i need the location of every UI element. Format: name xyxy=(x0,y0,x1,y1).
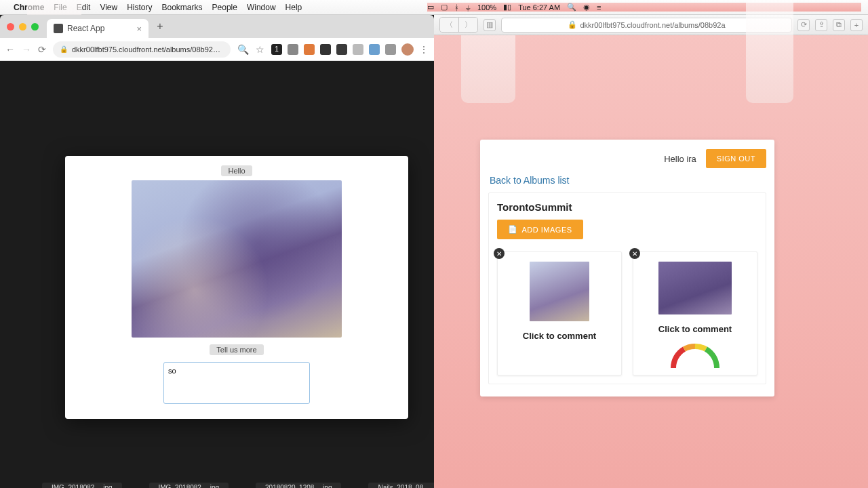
menu-help[interactable]: Help xyxy=(285,3,302,12)
tabs-icon[interactable]: ⧉ xyxy=(833,19,845,31)
minimize-window-icon[interactable] xyxy=(19,23,26,30)
battery-icon[interactable]: ▮▯ xyxy=(503,3,511,12)
siri-icon[interactable]: ◉ xyxy=(583,3,590,12)
back-icon[interactable]: 〈 xyxy=(440,18,458,32)
back-to-albums-link[interactable]: Back to Albums list xyxy=(490,175,765,186)
zoom-window-icon[interactable] xyxy=(31,23,39,30)
favicon-icon xyxy=(54,24,63,33)
extension-icon[interactable]: 1 xyxy=(271,44,282,55)
delete-image-icon[interactable]: ✕ xyxy=(629,248,640,259)
signout-button[interactable]: SIGN OUT xyxy=(706,149,766,168)
image-card[interactable]: ✕ Click to comment xyxy=(633,251,757,375)
clock[interactable]: Tue 6:27 AM xyxy=(518,3,560,12)
chrome-window: React App × + ← → ⟳ 🔒 dkkr00lfbt975.clou… xyxy=(0,15,434,488)
add-images-button[interactable]: 📄 ADD IMAGES xyxy=(497,220,583,239)
menu-view[interactable]: View xyxy=(100,3,117,12)
lock-icon: 🔒 xyxy=(568,20,577,29)
add-images-label: ADD IMAGES xyxy=(522,226,572,234)
sentiment-gauge-icon xyxy=(665,341,726,368)
dock-thumbnails: IMG_2018082….jpg IMG_2018082….jpg 201808… xyxy=(42,480,434,488)
close-window-icon[interactable] xyxy=(7,23,14,30)
dock-file[interactable]: Nails_2018_08…. xyxy=(368,483,434,489)
safari-address-bar[interactable]: 🔒 dkkr00lfbt975.cloudfront.net/albums/08… xyxy=(501,18,792,33)
thumbnail xyxy=(658,262,732,314)
zoom-icon[interactable]: 🔍 xyxy=(237,44,249,55)
close-tab-icon[interactable]: × xyxy=(136,24,142,34)
nav-buttons: 〈 〉 xyxy=(439,17,478,33)
dock-file[interactable]: 20180820_1208….jpg xyxy=(256,483,341,489)
forward-icon[interactable]: 〉 xyxy=(458,18,477,32)
extension-icon[interactable] xyxy=(369,44,380,55)
menu-people[interactable]: People xyxy=(212,3,237,12)
kebab-icon[interactable]: ⋮ xyxy=(419,44,429,55)
forward-icon[interactable]: → xyxy=(22,44,31,55)
notifications-icon[interactable]: ≡ xyxy=(597,3,601,12)
image-card[interactable]: ✕ Click to comment xyxy=(497,251,622,375)
reload-icon[interactable]: ⟳ xyxy=(797,19,810,31)
battery-percent: 100% xyxy=(477,3,496,12)
delete-image-icon[interactable]: ✕ xyxy=(494,248,505,259)
address-bar[interactable]: 🔒 dkkr00lfbt975.cloudfront.net/albums/08… xyxy=(53,41,231,58)
spotlight-icon[interactable]: 🔍 xyxy=(567,3,576,12)
safari-window: 〈 〉 ▥ 🔒 dkkr00lfbt975.cloudfront.net/alb… xyxy=(434,15,868,488)
modal-prompt: Tell us more xyxy=(210,344,263,355)
reload-icon[interactable]: ⟳ xyxy=(38,44,46,55)
card-caption[interactable]: Click to comment xyxy=(523,331,596,341)
wifi-icon[interactable]: ⏚ xyxy=(466,3,471,12)
safari-toolbar: 〈 〉 ▥ 🔒 dkkr00lfbt975.cloudfront.net/alb… xyxy=(434,15,868,35)
modal-greeting: Hello xyxy=(221,165,252,176)
profile-avatar-icon[interactable] xyxy=(401,43,414,56)
browser-tab[interactable]: React App × xyxy=(47,19,149,38)
extension-icon[interactable] xyxy=(353,44,363,55)
bluetooth-icon[interactable]: ᚼ xyxy=(454,3,459,12)
dock-file[interactable]: IMG_2018082….jpg xyxy=(149,483,229,489)
albums-app: Hello ira SIGN OUT Back to Albums list T… xyxy=(480,140,774,396)
url-text: dkkr00lfbt975.cloudfront.net/albums/08b9… xyxy=(72,45,220,54)
new-tab-icon[interactable]: + xyxy=(850,19,863,31)
extension-icon[interactable] xyxy=(288,44,298,55)
menu-history[interactable]: History xyxy=(127,3,152,12)
safari-url: dkkr00lfbt975.cloudfront.net/albums/08b9… xyxy=(580,21,725,29)
extension-icon[interactable] xyxy=(385,44,396,55)
dock-file[interactable]: IMG_2018082….jpg xyxy=(42,483,122,489)
tab-title: React App xyxy=(67,24,104,33)
modal-photo xyxy=(132,180,342,338)
thumbnail xyxy=(530,262,589,321)
lock-icon: 🔒 xyxy=(60,45,68,53)
extensions: 1 ⋮ xyxy=(271,43,429,56)
chrome-tabstrip: React App × + xyxy=(0,15,434,38)
user-greeting: Hello ira xyxy=(664,154,696,164)
comment-modal: Hello Tell us more xyxy=(65,156,408,419)
chrome-toolbar: ← → ⟳ 🔒 dkkr00lfbt975.cloudfront.net/alb… xyxy=(0,38,434,61)
new-tab-button[interactable]: + xyxy=(153,19,167,34)
menu-bookmarks[interactable]: Bookmarks xyxy=(162,3,203,12)
facetime-icon[interactable]: ▭ xyxy=(427,3,434,12)
extension-icon[interactable] xyxy=(336,44,347,55)
comment-textarea[interactable] xyxy=(163,362,310,404)
upload-icon: 📄 xyxy=(508,225,518,234)
back-icon[interactable]: ← xyxy=(5,44,15,55)
card-caption[interactable]: Click to comment xyxy=(658,324,732,334)
album-panel: TorontoSummit 📄 ADD IMAGES ✕ Click to co… xyxy=(488,192,766,384)
extension-icon[interactable] xyxy=(304,44,315,55)
extension-icon[interactable] xyxy=(320,44,331,55)
album-title: TorontoSummit xyxy=(497,201,757,213)
airplay-icon[interactable]: ▢ xyxy=(441,3,448,12)
sidebar-icon[interactable]: ▥ xyxy=(484,19,496,31)
star-icon[interactable]: ☆ xyxy=(256,44,264,55)
mac-menubar: Chrome File Edit View History Bookmarks … xyxy=(0,0,868,15)
menu-window[interactable]: Window xyxy=(247,3,276,12)
share-icon[interactable]: ⇪ xyxy=(815,19,827,31)
